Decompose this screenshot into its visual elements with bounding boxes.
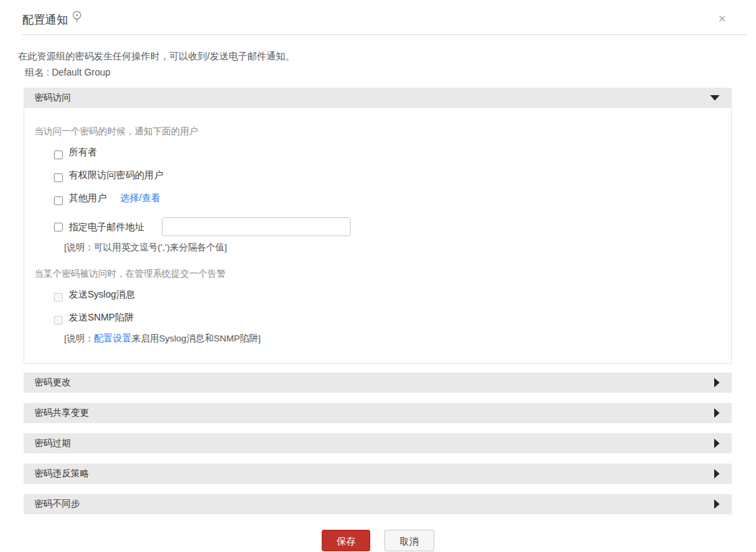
syslog-label: 发送Syslog消息 [69,288,135,300]
section-header-label: 密码更改 [34,377,71,389]
close-icon[interactable]: ✕ [718,13,726,24]
notify-users-lead: 当访问一个密码的时候，通知下面的用户 [34,126,718,138]
other-users-checkbox[interactable] [54,196,63,205]
snmp-checkbox [54,316,63,325]
syslog-option-row: 发送Syslog消息 [54,288,718,302]
dialog-footer: 保存 取消 [0,530,756,551]
other-users-label: 其他用户 [69,192,107,204]
section-header-label: 密码违反策略 [34,468,89,480]
page-title: 配置通知 [22,12,68,28]
section-header-label: 密码访问 [34,92,71,104]
dialog-description: 在此资源组的密码发生任何操作时，可以收到/发送电子邮件通知。 [18,49,756,63]
configure-settings-link[interactable]: 配置设置 [94,333,132,343]
header-divider [22,34,747,35]
section-header-label: 密码不同步 [34,498,80,510]
chevron-right-icon [714,499,720,509]
email-option-row: 指定电子邮件地址 [54,217,718,236]
section-header-label: 密码过期 [34,437,71,449]
save-button[interactable]: 保存 [322,530,370,551]
password-access-panel: 当访问一个密码的时候，通知下面的用户 所有者 有权限访问密码的用户 其他用户 选… [24,108,732,364]
chevron-down-icon [710,95,720,101]
chevron-right-icon [714,469,720,478]
email-address-input[interactable] [162,217,351,236]
select-view-link[interactable]: 选择/查看 [120,192,161,204]
chevron-right-icon [714,408,720,418]
hint-bulb-icon[interactable] [72,11,82,25]
section-header-password-share-change[interactable]: 密码共享变更 [24,403,732,423]
section-header-password-out-of-sync[interactable]: 密码不同步 [24,494,732,514]
alert-lead: 当某个密码被访问时，在管理系统提交一个告警 [34,268,718,280]
cancel-button[interactable]: 取消 [384,530,434,551]
email-note: [说明：可以用英文逗号(',')来分隔各个值] [64,242,718,253]
section-header-password-access[interactable]: 密码访问 [24,88,732,108]
section-header-label: 密码共享变更 [34,407,89,419]
dialog-header: 配置通知 ✕ [0,0,756,28]
owner-label: 所有者 [69,146,97,158]
snmp-option-row: 发送SNMP陷阱 [54,311,718,325]
section-header-policy-violation[interactable]: 密码违反策略 [24,464,732,484]
email-option-label: 指定电子邮件地址 [69,221,144,233]
section-header-password-change[interactable]: 密码更改 [24,372,732,393]
config-note: [说明：配置设置来启用Syslog消息和SNMP陷阱] [64,332,718,344]
config-note-prefix: [说明： [64,333,94,343]
permitted-users-checkbox[interactable] [54,173,63,182]
notification-accordion: 密码访问 当访问一个密码的时候，通知下面的用户 所有者 有权限访问密码的用户 其… [24,88,732,514]
chevron-right-icon [714,378,720,387]
section-header-password-expiry[interactable]: 密码过期 [24,433,732,453]
other-users-option-row: 其他用户 选择/查看 [54,192,718,205]
configure-notifications-dialog: 配置通知 ✕ 在此资源组的密码发生任何操作时，可以收到/发送电子邮件通知。 组名… [0,0,756,552]
permitted-users-label: 有权限访问密码的用户 [69,169,163,181]
permitted-users-option-row: 有权限访问密码的用户 [54,169,718,182]
snmp-label: 发送SNMP陷阱 [69,311,134,323]
owner-option-row: 所有者 [54,146,718,159]
group-name: 组名 : Default Group [25,65,756,79]
chevron-right-icon [714,439,720,448]
config-note-suffix: 来启用Syslog消息和SNMP陷阱] [132,333,260,343]
owner-checkbox[interactable] [54,150,63,159]
email-checkbox[interactable] [54,223,63,231]
syslog-checkbox [54,293,63,302]
